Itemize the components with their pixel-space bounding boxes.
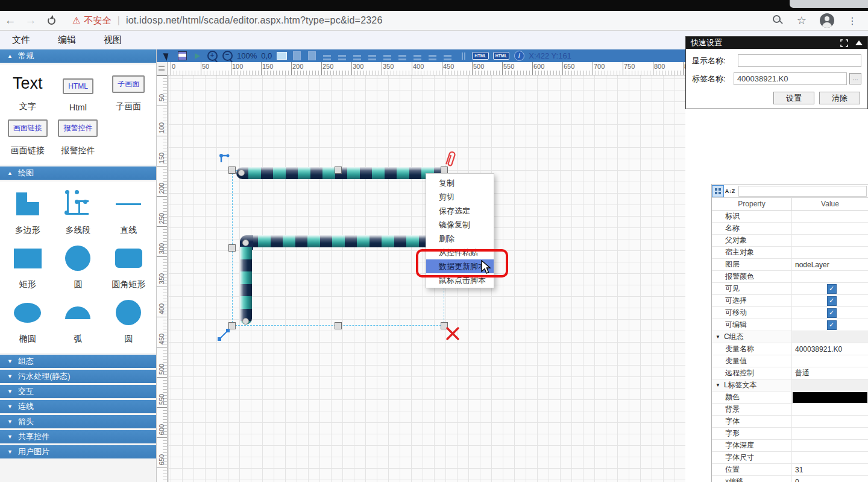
property-value[interactable] [792, 331, 868, 343]
context-menu-item[interactable]: 剪切 [426, 190, 494, 204]
collapsed-section-header[interactable]: ▼ 箭头 [0, 415, 156, 428]
palette-item[interactable]: 子画面 子画面 [103, 71, 154, 112]
menu-view[interactable]: 视图 [96, 34, 129, 46]
property-value[interactable] [792, 211, 868, 222]
property-value[interactable]: 400038921.K0 [792, 343, 868, 355]
property-row[interactable]: 字体深度 [712, 440, 868, 452]
info-button[interactable] [514, 51, 524, 62]
property-row[interactable]: 可移动 [712, 307, 868, 319]
dock-icon[interactable] [840, 39, 848, 47]
property-value[interactable] [792, 452, 868, 463]
security-label[interactable]: 不安全 [84, 15, 111, 27]
shape-palette-item[interactable]: 多边形 [2, 188, 53, 236]
property-row[interactable]: 颜色 [712, 392, 868, 404]
collapsed-section-header[interactable]: ▼ 污水处理(静态) [0, 370, 156, 383]
property-value[interactable] [792, 307, 868, 319]
property-row[interactable]: 可见 [712, 283, 868, 295]
pipe-endpoint-node[interactable] [242, 318, 249, 325]
palette-item-demo[interactable]: HTML [63, 78, 93, 94]
property-row[interactable]: 名称 [712, 223, 868, 235]
display-name-input[interactable] [738, 54, 861, 67]
zoom-out-button[interactable] [222, 51, 233, 62]
categorized-view-icon[interactable] [712, 185, 724, 197]
browser-zoom-icon[interactable]: − [773, 15, 784, 26]
collapsed-section-header[interactable]: ▼ 共享控件 [0, 430, 156, 443]
property-row[interactable]: 字形 [712, 428, 868, 440]
html-preview-button[interactable]: HTML [493, 52, 509, 60]
collapsed-section-header[interactable]: ▼ 交互 [0, 385, 156, 398]
property-row[interactable]: x偏移 0 [712, 476, 868, 482]
property-row[interactable]: 宿主对象 [712, 247, 868, 259]
property-row[interactable]: 字体尺寸 [712, 452, 868, 464]
shape-palette-item[interactable]: 直线 [103, 188, 154, 236]
property-row[interactable]: 背景 [712, 404, 868, 416]
menu-file[interactable]: 文件 [5, 34, 37, 46]
shape-palette-item[interactable]: 矩形 [2, 242, 53, 290]
zoom-in-button[interactable] [207, 51, 218, 62]
property-value[interactable] [792, 392, 868, 403]
property-value[interactable] [792, 235, 868, 246]
shape-palette-item[interactable]: 圆角矩形 [103, 242, 154, 290]
property-value[interactable]: 0 [792, 476, 868, 482]
property-value[interactable] [792, 247, 868, 258]
value-column-header[interactable]: Value [792, 198, 868, 210]
same-width-button[interactable] [427, 51, 438, 62]
bookmark-star-icon[interactable]: ☆ [797, 14, 807, 27]
resize-handle-top-middle[interactable] [335, 166, 342, 174]
property-row[interactable]: 报警颜色 [712, 271, 868, 283]
resize-handle-bottom-middle[interactable] [335, 322, 342, 329]
property-column-header[interactable]: Property [712, 198, 792, 210]
property-value[interactable]: 普通 [792, 367, 868, 379]
property-value[interactable] [792, 271, 868, 282]
collapsed-section-header[interactable]: ▼ 组态 [0, 355, 156, 368]
palette-item[interactable]: 画面链接 画面链接 [2, 116, 53, 156]
shape-palette-item[interactable]: 圆 [103, 296, 154, 344]
align-top-button[interactable] [366, 51, 377, 62]
paperclip-icon[interactable] [442, 149, 458, 170]
property-value[interactable] [792, 355, 868, 367]
context-menu-item[interactable]: 镜像复制 [426, 218, 494, 232]
tag-name-input[interactable] [734, 72, 847, 85]
property-row[interactable]: 标识 [712, 211, 868, 223]
palette-item[interactable]: 报警控件 报警控件 [53, 116, 104, 156]
property-value[interactable] [792, 379, 868, 391]
screen-button[interactable] [276, 51, 287, 62]
browser-tab[interactable] [790, 0, 868, 8]
shape-palette-item[interactable]: 椭圆 [2, 296, 53, 344]
collapsed-section-header[interactable]: ▼ 连线 [0, 400, 156, 413]
property-value[interactable] [792, 404, 868, 415]
property-row[interactable]: 变量名称 400038921.K0 [712, 343, 868, 355]
shape-palette-item[interactable]: 圆 [53, 242, 104, 290]
paste-button[interactable] [291, 51, 302, 62]
pipe-shape-top[interactable] [236, 167, 447, 179]
url-text[interactable]: iot.idosp.net/html/scada/editor.aspx.htm… [126, 15, 383, 26]
ruler-options-icon[interactable] [159, 66, 165, 71]
html-source-button[interactable]: HTML [472, 52, 488, 60]
pipe-elbow-node[interactable] [242, 239, 249, 246]
align-left-button[interactable] [321, 51, 332, 62]
select-tool-button[interactable] [162, 51, 172, 62]
clear-button[interactable]: 清除 [819, 92, 860, 104]
save-button[interactable] [177, 51, 187, 62]
design-canvas[interactable]: 复制剪切保存选定镜像复制删除从控件粘贴数据更新脚本鼠标点击脚本 [168, 75, 685, 482]
shape-palette-item[interactable]: 多线段 [53, 188, 104, 236]
back-icon[interactable]: ← [0, 14, 20, 27]
resize-handle-top-left[interactable] [228, 166, 236, 174]
property-row[interactable]: 可编辑 [712, 319, 868, 331]
property-row[interactable]: L标签文本 [712, 379, 868, 392]
rotate-handle-icon[interactable] [217, 327, 231, 341]
context-menu-item[interactable]: 删除 [426, 232, 494, 246]
property-filter-box[interactable] [738, 186, 867, 197]
delete-x-icon[interactable] [445, 326, 461, 341]
collapsed-section-header[interactable]: ▼ 用户图片 [0, 445, 156, 458]
profile-avatar-icon[interactable] [820, 13, 834, 28]
section-header-drawing[interactable]: ▲ 绘图 [0, 166, 156, 180]
align-middle-button[interactable] [382, 51, 392, 62]
run-button[interactable] [192, 51, 203, 62]
property-value[interactable] [792, 223, 868, 234]
set-button[interactable]: 设置 [773, 92, 814, 104]
palette-item[interactable]: Text 文字 [2, 71, 53, 112]
distribute-h-button[interactable] [412, 51, 423, 62]
pipe-shape-horizontal[interactable] [246, 235, 451, 247]
property-value[interactable] [792, 283, 868, 294]
